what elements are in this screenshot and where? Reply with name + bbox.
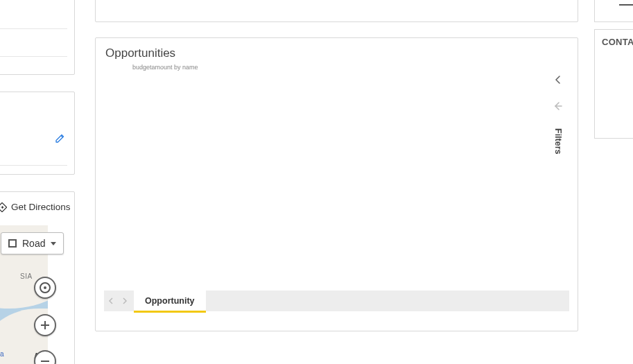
locate-button[interactable]: [34, 277, 56, 299]
locate-icon: [40, 282, 51, 293]
placeholder-dash: [619, 4, 633, 6]
right-side-card-top: [594, 0, 633, 22]
filters-label[interactable]: Filters: [553, 128, 563, 155]
tab-label: Opportunity: [145, 296, 195, 306]
reset-filters-icon[interactable]: [553, 101, 563, 113]
zoom-in-button[interactable]: [34, 314, 56, 336]
map-label: SIA: [20, 272, 33, 280]
directions-icon: [0, 202, 7, 212]
left-side-card-map: Get Directions SIA India AU Road: [0, 191, 75, 364]
minus-icon: [41, 361, 49, 362]
left-side-card-middle: [0, 92, 75, 175]
filters-panel: Filters: [546, 62, 571, 297]
separator: [0, 165, 67, 166]
top-summary-card: [95, 0, 578, 22]
get-directions-label: Get Directions: [11, 202, 71, 212]
tab-opportunity[interactable]: Opportunity: [134, 291, 206, 311]
map-style-label: Road: [22, 238, 45, 249]
left-side-card-top: [0, 0, 75, 75]
tab-next-button[interactable]: [118, 291, 132, 311]
opportunities-card: Opportunities budgetamount by name Filte…: [95, 37, 578, 331]
get-directions-button[interactable]: Get Directions: [0, 202, 71, 212]
report-tab-strip: Opportunity: [104, 291, 569, 311]
separator: [0, 56, 67, 57]
edit-icon[interactable]: [55, 132, 66, 144]
plus-icon: [44, 321, 46, 329]
layers-icon: [8, 239, 17, 248]
map-label: India: [0, 350, 4, 358]
contacts-heading: CONTAC: [602, 37, 633, 47]
opportunities-title: Opportunities: [105, 46, 175, 60]
contacts-card: CONTAC: [594, 29, 633, 139]
tab-prev-button[interactable]: [104, 291, 118, 311]
zoom-out-button[interactable]: [34, 350, 56, 364]
chart-title: budgetamount by name: [132, 64, 198, 71]
collapse-filters-button[interactable]: [554, 75, 562, 86]
chevron-down-icon: [51, 242, 56, 245]
map-style-dropdown[interactable]: Road: [1, 232, 64, 254]
separator: [0, 28, 67, 29]
